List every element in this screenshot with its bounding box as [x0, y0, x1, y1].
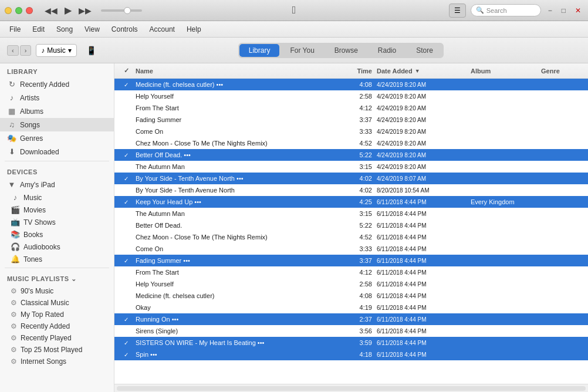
- table-row[interactable]: Sirens (Single) 3:56 6/11/2018 4:44 PM: [114, 325, 588, 337]
- menu-controls[interactable]: Controls: [107, 23, 143, 35]
- prev-button[interactable]: ◀◀: [42, 5, 60, 16]
- close-button[interactable]: [26, 7, 33, 14]
- search-box[interactable]: 🔍 Search: [471, 4, 541, 16]
- playlist-recently-played[interactable]: ⚙ Recently Played: [0, 332, 114, 344]
- menu-help[interactable]: Help: [182, 23, 206, 35]
- table-row[interactable]: Help Yourself 2:58 4/24/2019 8:20 AM: [114, 90, 588, 102]
- next-button[interactable]: ▶▶: [76, 5, 94, 16]
- gear-icon: ⚙: [11, 310, 17, 319]
- tab-browse[interactable]: Browse: [325, 44, 367, 57]
- table-row[interactable]: ✓ By Your Side - Tenth Avenue North ••• …: [114, 173, 588, 184]
- gear-icon: ⚙: [11, 322, 17, 330]
- sidebar-item-songs[interactable]: ♫ Songs: [0, 118, 114, 131]
- row-date: 4/24/2019 8:20 AM: [372, 152, 466, 158]
- table-row[interactable]: Medicine (ft. chelsea cutler) 4:08 6/11/…: [114, 290, 588, 302]
- table-row[interactable]: From The Start 4:12 6/11/2018 4:44 PM: [114, 266, 588, 278]
- row-time: 4:18: [337, 351, 372, 358]
- col-date[interactable]: Date Added ▼: [372, 67, 466, 75]
- play-button[interactable]: ▶: [62, 4, 74, 17]
- forward-button[interactable]: ›: [20, 45, 32, 56]
- playlist-90s[interactable]: ⚙ 90's Music: [0, 285, 114, 297]
- sidebar-item-downloaded[interactable]: ⬇ Downloaded: [0, 145, 114, 158]
- sidebar-item-audiobooks[interactable]: 🎧 Audiobooks: [0, 241, 114, 253]
- playlist-internet[interactable]: ⚙ Internet Songs: [0, 356, 114, 367]
- row-date: 4/24/2019 8:20 AM: [372, 93, 466, 100]
- tab-store[interactable]: Store: [407, 44, 442, 57]
- table-row[interactable]: Come On 3:33 4/24/2019 8:20 AM: [114, 126, 588, 137]
- table-row[interactable]: ✓ Spin ••• 4:18 6/11/2018 4:44 PM: [114, 349, 588, 360]
- audiobooks-icon: 🎧: [11, 242, 20, 251]
- sidebar-item-label: TV Shows: [23, 218, 56, 227]
- row-date: 6/11/2018 4:44 PM: [372, 328, 466, 334]
- tab-foryou[interactable]: For You: [281, 44, 323, 57]
- table-row[interactable]: Come On 3:33 6/11/2018 4:44 PM: [114, 243, 588, 255]
- horizontal-scrollbar[interactable]: [117, 386, 586, 391]
- col-genre[interactable]: Genre: [536, 67, 583, 75]
- table-row[interactable]: By Your Side - Tenth Avenue North 4:02 8…: [114, 184, 588, 196]
- table-row[interactable]: ✓ Fading Summer ••• 3:37 6/11/2018 4:44 …: [114, 255, 588, 266]
- row-name: Come On: [133, 245, 337, 252]
- table-row[interactable]: Chez Moon - Close To Me (The Nights Remi…: [114, 137, 588, 149]
- minimize-button[interactable]: [5, 7, 12, 14]
- row-time: 4:52: [337, 140, 372, 147]
- col-time[interactable]: Time: [337, 67, 372, 75]
- sidebar-item-books[interactable]: 📚 Books: [0, 228, 114, 241]
- menubar: File Edit Song View Controls Account Hel…: [0, 21, 588, 38]
- table-row[interactable]: ✓ SISTERS ON WIRE - My Heart Is Beating …: [114, 337, 588, 349]
- col-name[interactable]: Name: [133, 67, 337, 75]
- col-album[interactable]: Album: [466, 67, 536, 75]
- playlist-label: Recently Added: [21, 322, 70, 330]
- table-row[interactable]: Fading Summer 3:37 4/24/2019 8:20 AM: [114, 114, 588, 126]
- menu-song[interactable]: Song: [52, 23, 77, 35]
- menu-edit[interactable]: Edit: [28, 23, 49, 35]
- music-selector[interactable]: ♪ Music ▾: [36, 44, 76, 57]
- sidebar-item-genres[interactable]: 🎭 Genres: [0, 131, 114, 145]
- table-row[interactable]: Okay 4:19 6/11/2018 4:44 PM: [114, 302, 588, 313]
- maximize-button[interactable]: [15, 7, 22, 14]
- gear-icon: ⚙: [11, 346, 17, 354]
- table-row[interactable]: Help Yourself 2:58 6/11/2018 4:44 PM: [114, 278, 588, 290]
- playlist-classical[interactable]: ⚙ Classical Music: [0, 297, 114, 309]
- list-view-button[interactable]: ☰: [449, 4, 466, 18]
- sidebar-item-artists[interactable]: ♪ Artists: [0, 91, 114, 104]
- device-icon[interactable]: 📱: [86, 46, 96, 55]
- playlist-top25[interactable]: ⚙ Top 25 Most Played: [0, 344, 114, 356]
- table-row[interactable]: From The Start 4:12 4/24/2019 8:20 AM: [114, 102, 588, 114]
- table-row[interactable]: Chez Moon - Close To Me (The Nights Remi…: [114, 231, 588, 243]
- table-row[interactable]: The Autumn Man 3:15 4/24/2019 8:20 AM: [114, 161, 588, 173]
- table-row[interactable]: ✓ Keep Your Head Up ••• 4:25 6/11/2018 4…: [114, 196, 588, 208]
- sidebar-item-tvshows[interactable]: 📺 TV Shows: [0, 216, 114, 228]
- row-name: Better Off Dead.: [133, 222, 337, 229]
- playlist-toprated[interactable]: ⚙ My Top Rated: [0, 309, 114, 320]
- row-date: 4/24/2019 8:20 AM: [372, 82, 466, 88]
- table-row[interactable]: The Autumn Man 3:15 6/11/2018 4:44 PM: [114, 208, 588, 219]
- winbtn-close[interactable]: ✕: [573, 6, 583, 15]
- playlist-recently-added[interactable]: ⚙ Recently Added: [0, 320, 114, 332]
- table-row[interactable]: ✓ Running On ••• 2:37 6/11/2018 4:44 PM: [114, 313, 588, 325]
- playlist-label: Recently Played: [21, 334, 72, 342]
- tab-library[interactable]: Library: [239, 44, 280, 57]
- winbtn-minimize[interactable]: −: [546, 6, 555, 15]
- menu-file[interactable]: File: [5, 23, 25, 35]
- row-date: 4/24/2019 8:20 AM: [372, 129, 466, 135]
- back-button[interactable]: ‹: [7, 45, 19, 56]
- sidebar-item-device[interactable]: ▼ Amy's iPad: [0, 178, 114, 191]
- sidebar-item-movies[interactable]: 🎬 Movies: [0, 204, 114, 216]
- row-time: 2:58: [337, 93, 372, 100]
- sidebar-item-music[interactable]: ♪ Music: [0, 191, 114, 204]
- sidebar-item-recently-added[interactable]: ↻ Recently Added: [0, 77, 114, 91]
- sidebar-item-tones[interactable]: 🔔 Tones: [0, 253, 114, 265]
- row-name: Fading Summer: [133, 116, 337, 123]
- row-date: 6/11/2018 4:44 PM: [372, 281, 466, 288]
- tab-radio[interactable]: Radio: [369, 44, 405, 57]
- menu-account[interactable]: Account: [145, 23, 180, 35]
- table-row[interactable]: Better Off Dead. 5:22 6/11/2018 4:44 PM: [114, 219, 588, 231]
- table-row[interactable]: ✓ Medicine (ft. chelsea cutler) ••• 4:08…: [114, 79, 588, 90]
- table-row[interactable]: ✓ Better Off Dead. ••• 5:22 4/24/2019 8:…: [114, 149, 588, 161]
- winbtn-maximize[interactable]: □: [559, 6, 568, 15]
- sidebar-item-albums[interactable]: ▦ Albums: [0, 104, 114, 118]
- titlebar: ◀◀ ▶ ▶▶  ☰ 🔍 Search − □ ✕: [0, 0, 588, 21]
- row-date: 4/24/2019 8:20 AM: [372, 105, 466, 111]
- menu-view[interactable]: View: [80, 23, 104, 35]
- volume-slider[interactable]: [101, 9, 142, 12]
